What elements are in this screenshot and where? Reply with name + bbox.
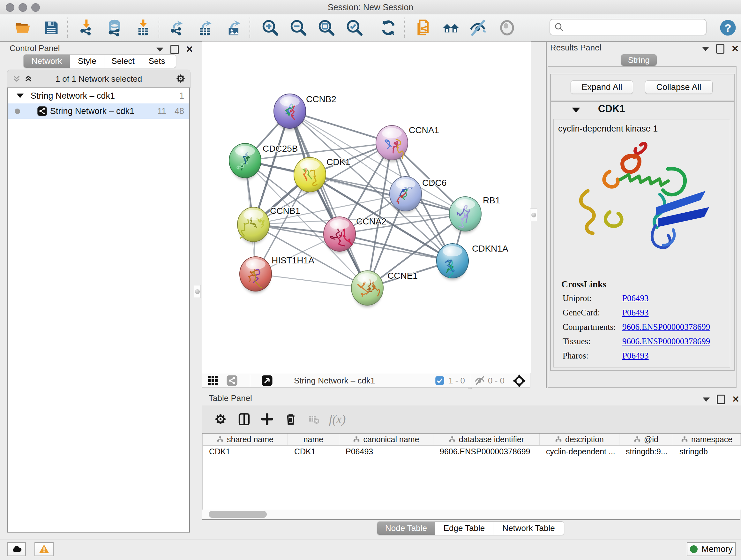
refresh-icon[interactable] (379, 18, 398, 37)
zoom-selected-icon[interactable] (345, 18, 364, 37)
network-collection-row[interactable]: String Network – cdk1 1 (8, 88, 189, 104)
zoom-in-icon[interactable] (261, 18, 280, 37)
zoom-fit-icon[interactable] (317, 18, 336, 37)
network-view-canvas[interactable]: CCNB2CCNA1CDC25BCDK1CDC6RB1CCNB1CCNA2CDK… (202, 42, 531, 373)
delete-column-icon[interactable] (282, 411, 299, 428)
crosslink-value[interactable]: 9606.ENSP00000378699 (622, 322, 710, 332)
column-header-canonical-name[interactable]: canonical name (339, 434, 433, 445)
panel-menu-icon[interactable] (702, 47, 709, 51)
toolbar-separator (250, 17, 250, 38)
gear-icon[interactable] (176, 73, 186, 84)
crosslink-value[interactable]: P06493 (622, 308, 649, 318)
node-CDKN1A[interactable]: CDKN1A (436, 244, 509, 280)
panel-float-icon[interactable] (716, 44, 724, 54)
selected-checkbox-icon[interactable] (435, 376, 445, 385)
table-cell[interactable]: cyclin-dependent ... (540, 446, 619, 457)
tab-node-table[interactable]: Node Table (377, 522, 435, 535)
column-header-name[interactable]: name (288, 434, 339, 445)
network-status-dot (15, 109, 20, 114)
results-panel: Results Panel ✕ String Expand All Collap… (542, 42, 741, 388)
collapse-section-icon[interactable] (572, 108, 580, 112)
node-table[interactable]: shared namenamecanonical namedatabase id… (202, 434, 741, 509)
panel-close-icon[interactable]: ✕ (186, 46, 193, 53)
hide-selected-icon[interactable] (468, 18, 487, 37)
column-header-database-identifier[interactable]: database identifier (433, 434, 540, 445)
crosslink-value[interactable]: 9606.ENSP00000378699 (622, 336, 710, 347)
panel-menu-icon[interactable] (703, 397, 710, 401)
tab-edge-table[interactable]: Edge Table (435, 522, 493, 535)
expand-all-button[interactable]: Expand All (570, 80, 633, 94)
fit-content-icon[interactable] (512, 374, 526, 388)
home-icon[interactable] (442, 18, 460, 37)
function-builder-icon[interactable]: f(x) (329, 411, 346, 428)
edge-HIST1H1A-CCNE1[interactable] (256, 274, 367, 288)
tab-sets[interactable]: Sets (142, 55, 172, 68)
network-row[interactable]: String Network – cdk1 11 48 (8, 104, 189, 119)
show-columns-icon[interactable] (235, 411, 253, 428)
search-input[interactable] (564, 22, 706, 33)
column-header-shared-name[interactable]: shared name (203, 434, 288, 445)
tree-expand-icon[interactable] (17, 94, 23, 98)
grid-view-icon[interactable] (207, 375, 219, 386)
crosslink-value[interactable]: P06493 (622, 294, 649, 303)
warning-button[interactable] (35, 542, 54, 556)
new-network-from-selection-icon[interactable] (414, 18, 433, 37)
panel-close-icon[interactable]: ✕ (732, 395, 739, 403)
table-hscrollbar[interactable] (202, 509, 740, 520)
table-cell[interactable]: stringdb (673, 446, 741, 457)
node-CCNE1[interactable]: CCNE1 (351, 271, 418, 307)
help-icon[interactable]: ? (719, 18, 737, 37)
export-network-icon[interactable] (168, 18, 186, 37)
save-session-icon[interactable] (42, 18, 61, 37)
zoom-out-icon[interactable] (289, 18, 308, 37)
import-table-file-icon[interactable] (134, 18, 153, 37)
tab-network-table[interactable]: Network Table (493, 522, 564, 535)
import-network-file-icon[interactable] (77, 18, 96, 37)
table-cell[interactable]: stringdb:9... (619, 446, 673, 457)
window-title: Session: New Session (0, 3, 741, 12)
clear-table-icon[interactable] (305, 411, 322, 428)
open-session-icon[interactable] (13, 18, 32, 37)
tab-select[interactable]: Select (105, 55, 142, 68)
export-image-icon[interactable] (225, 18, 243, 37)
table-cell[interactable]: P06493 (339, 446, 433, 457)
collapse-all-button[interactable]: Collapse All (645, 80, 713, 94)
edge-CCNA2-CDKN1A[interactable] (340, 234, 453, 261)
export-table-icon[interactable] (196, 18, 214, 37)
show-all-icon[interactable] (498, 18, 516, 37)
import-network-database-icon[interactable] (105, 18, 124, 37)
add-column-icon[interactable] (259, 411, 276, 428)
right-splitter-handle[interactable] (530, 208, 537, 221)
node-table-row[interactable]: CDK1CDK1P064939606.ENSP00000378699cyclin… (203, 446, 741, 457)
memory-button[interactable]: Memory (687, 542, 736, 556)
node-CCNA1[interactable]: CCNA1 (376, 125, 439, 162)
tab-network[interactable]: Network (23, 55, 70, 68)
panel-float-icon[interactable] (171, 45, 179, 54)
panel-float-icon[interactable] (717, 395, 725, 404)
node-table-header: shared namenamecanonical namedatabase id… (203, 434, 741, 446)
table-cell[interactable]: CDK1 (288, 446, 339, 457)
column-header--id[interactable]: @id (619, 434, 673, 445)
hidden-eye-icon[interactable] (474, 375, 485, 386)
tab-string[interactable]: String (621, 54, 657, 66)
column-header-namespace[interactable]: namespace (673, 434, 741, 445)
warning-icon (39, 544, 50, 555)
search-box[interactable] (549, 19, 706, 36)
panel-menu-icon[interactable] (156, 48, 163, 52)
crosslink-value[interactable]: P06493 (622, 351, 649, 361)
node-RB1[interactable]: RB1 (449, 195, 500, 233)
table-cell[interactable]: 9606.ENSP00000378699 (433, 446, 540, 457)
string-network-graph[interactable]: CCNB2CCNA1CDC25BCDK1CDC6RB1CCNB1CCNA2CDK… (202, 42, 531, 373)
panel-close-icon[interactable]: ✕ (731, 45, 739, 53)
cloud-button[interactable] (7, 542, 26, 556)
column-header-description[interactable]: description (540, 434, 619, 445)
node-HIST1H1A[interactable]: HIST1H1A (240, 255, 314, 293)
birds-eye-view-icon[interactable] (261, 375, 273, 386)
tab-style[interactable]: Style (70, 55, 105, 68)
left-splitter-handle[interactable] (194, 285, 201, 298)
node-CDK1[interactable]: CDK1 (294, 157, 350, 194)
table-gear-icon[interactable] (212, 411, 229, 428)
share-view-icon[interactable] (226, 375, 238, 386)
table-cell[interactable]: CDK1 (203, 446, 288, 457)
table-hscrollbar-thumb[interactable] (209, 511, 267, 518)
